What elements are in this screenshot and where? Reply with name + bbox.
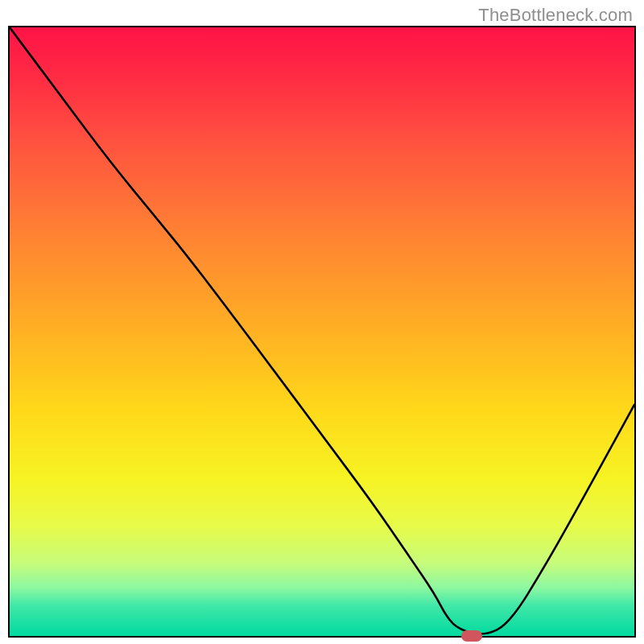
curve-svg bbox=[10, 27, 634, 636]
optimum-marker bbox=[461, 630, 482, 642]
watermark-label: TheBottleneck.com bbox=[478, 5, 633, 26]
curve-path bbox=[10, 27, 634, 634]
plot-frame bbox=[8, 26, 636, 638]
plot-area bbox=[10, 27, 634, 636]
chart-stage: TheBottleneck.com bbox=[0, 0, 644, 644]
